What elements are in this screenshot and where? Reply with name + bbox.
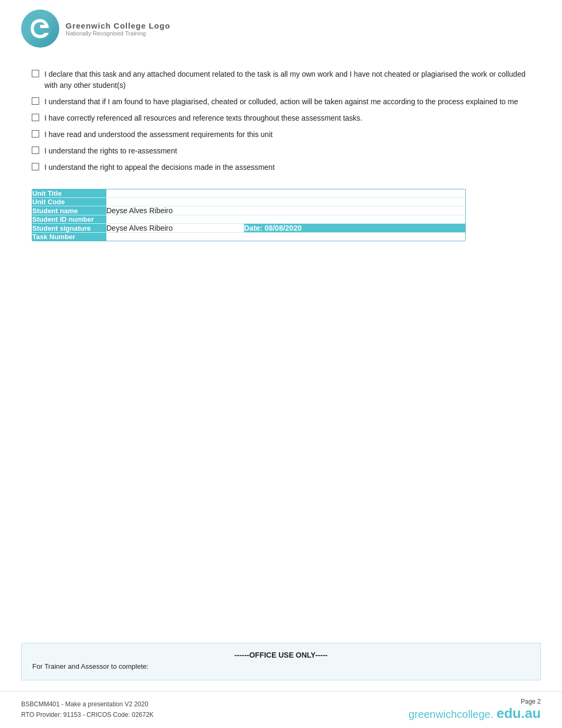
- logo: [21, 10, 59, 48]
- table-row-unit-title: Unit Title: [32, 189, 465, 198]
- checkbox-item-3: I have correctly referenced all resource…: [32, 113, 530, 124]
- main-content: I declare that this task and any attache…: [0, 53, 562, 252]
- logo-text-main: Greenwich College Logo: [66, 21, 170, 30]
- value-task-number: [106, 233, 465, 241]
- value-student-id: [106, 215, 465, 224]
- table-row-student-id: Student ID number: [32, 215, 465, 224]
- checkbox-text-2: I understand that if I am found to have …: [44, 96, 518, 107]
- checkbox-4[interactable]: [32, 130, 39, 138]
- value-unit-title: [106, 189, 465, 198]
- header: Greenwich College Logo Nationally Recogn…: [0, 0, 562, 53]
- checkbox-text-1: I declare that this task and any attache…: [44, 69, 530, 91]
- table-row-task-number: Task Number: [32, 233, 465, 241]
- footer-line2: RTO Provider: 91153 - CRICOS Code: 02672…: [21, 710, 153, 720]
- logo-text: Greenwich College Logo Nationally Recogn…: [66, 21, 170, 37]
- table-row-student-signature: Student signature Deyse Alves Ribeiro Da…: [32, 224, 465, 233]
- checkbox-item-1: I declare that this task and any attache…: [32, 69, 530, 91]
- checkbox-5[interactable]: [32, 147, 39, 154]
- footer-branding: greenwichcollege. edu.au: [409, 705, 541, 722]
- info-table-wrapper: Unit Title Unit Code Student name Deyse …: [32, 189, 466, 241]
- footer-page: Page 2: [521, 698, 541, 705]
- table-row-unit-code: Unit Code: [32, 198, 465, 206]
- value-student-name: Deyse Alves Ribeiro: [106, 206, 465, 215]
- table-row-student-name: Student name Deyse Alves Ribeiro: [32, 206, 465, 215]
- value-unit-code: [106, 198, 465, 206]
- checkbox-3[interactable]: [32, 114, 39, 121]
- label-student-signature: Student signature: [32, 224, 106, 233]
- checkbox-1[interactable]: [32, 70, 39, 77]
- checkbox-item-2: I understand that if I am found to have …: [32, 96, 530, 107]
- checkbox-text-5: I understand the rights to re-assessment: [44, 145, 177, 157]
- footer-college: greenwichcollege.: [409, 708, 493, 721]
- footer-line1: BSBCMM401 - Make a presentation V2 2020: [21, 699, 153, 709]
- checkbox-text-3: I have correctly referenced all resource…: [44, 113, 362, 124]
- checkbox-item-4: I have read and understood the assessmen…: [32, 129, 530, 140]
- checkbox-2[interactable]: [32, 97, 39, 105]
- checkbox-text-6: I understand the right to appeal the dec…: [44, 162, 275, 173]
- checkbox-6[interactable]: [32, 163, 39, 170]
- label-unit-code: Unit Code: [32, 198, 106, 206]
- footer-left: BSBCMM401 - Make a presentation V2 2020 …: [21, 699, 153, 720]
- checkbox-item-6: I understand the right to appeal the dec…: [32, 162, 530, 173]
- office-subtitle: For Trainer and Assessor to complete:: [32, 662, 530, 670]
- footer-edu: edu.au: [496, 705, 541, 722]
- office-title: ------OFFICE USE ONLY-----: [32, 651, 530, 659]
- label-task-number: Task Number: [32, 233, 106, 241]
- value-student-signature: Deyse Alves Ribeiro: [106, 224, 244, 233]
- label-student-id: Student ID number: [32, 215, 106, 224]
- footer-right-block: Page 2 greenwichcollege. edu.au: [409, 698, 541, 722]
- office-section: ------OFFICE USE ONLY----- For Trainer a…: [21, 643, 541, 680]
- label-unit-title: Unit Title: [32, 189, 106, 198]
- checkbox-text-4: I have read and understood the assessmen…: [44, 129, 273, 140]
- logo-text-sub: Nationally Recognised Training: [66, 30, 170, 37]
- value-student-date: Date: 08/08/2020: [244, 224, 465, 233]
- checkbox-item-5: I understand the rights to re-assessment: [32, 145, 530, 157]
- label-student-name: Student name: [32, 206, 106, 215]
- checkbox-section: I declare that this task and any attache…: [32, 69, 530, 173]
- info-table: Unit Title Unit Code Student name Deyse …: [32, 189, 465, 241]
- footer: BSBCMM401 - Make a presentation V2 2020 …: [0, 691, 562, 728]
